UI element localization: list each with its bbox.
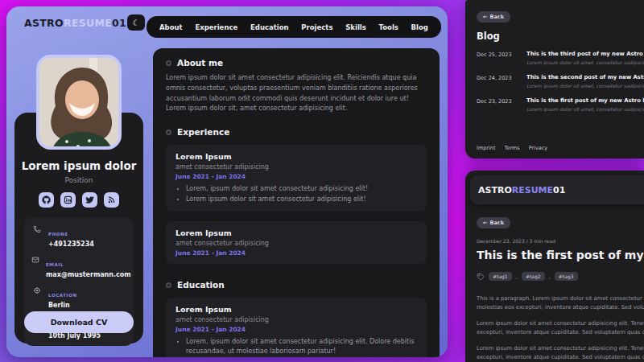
back-button[interactable]: ←Back: [477, 11, 510, 23]
nav-item-blog[interactable]: Blog: [411, 23, 428, 31]
entry-subtitle: amet consectetur adipisicing: [175, 240, 417, 247]
post-title-link[interactable]: This is the second post of my new Astro …: [526, 74, 644, 80]
education-entry: Lorem Ipsum amet consectetur adipisicing…: [166, 298, 427, 357]
twitter-link[interactable]: [82, 192, 97, 208]
rss-link[interactable]: [104, 192, 119, 208]
logo-number: 01: [553, 185, 565, 195]
twitter-icon: [85, 195, 94, 204]
section-ring-icon: [166, 130, 171, 135]
post-excerpt: Lorem ipsum dolor sit amet, consetetur s…: [526, 106, 644, 112]
about-text: Lorem ipsum dolor sit amet consectetur a…: [166, 73, 427, 114]
entry-bullets: Lorem, ipsum dolor sit amet consectetur …: [175, 184, 417, 204]
github-link[interactable]: [39, 192, 54, 208]
blog-list-item[interactable]: Dec 23, 2023 This is the first post of m…: [477, 97, 644, 112]
entry-date: June 2021 - Jan 2024: [175, 173, 417, 180]
nav-item-education[interactable]: Education: [250, 23, 289, 31]
contact-row-location: LOCATIONBerlin: [31, 285, 126, 309]
github-icon: [42, 195, 51, 204]
entry-bullet: Lorem ipsum dolor sit amet consectetur a…: [186, 195, 417, 204]
logo-number: 01: [112, 17, 126, 29]
entry-bullets: Lorem, ipsum dolor sit amet consectetur …: [175, 337, 417, 357]
footer-link-privacy[interactable]: Privacy: [529, 145, 548, 151]
contact-value-location: Berlin: [48, 302, 77, 309]
blog-list-item[interactable]: Dec 24, 2023 This is the second post of …: [477, 74, 644, 88]
section-ring-icon: [166, 60, 171, 66]
post-paragraph: Lorem ipsum dolor sit amet consectetur a…: [477, 319, 644, 337]
post-excerpt: Lorem ipsum dolor sit amet, consetetur s…: [526, 60, 644, 65]
screenshot-canvas: ASTRORESUME01 ☾ About Experience Educati…: [0, 0, 644, 362]
post-date: Dec 24, 2023: [477, 74, 526, 88]
contact-label: PHONE: [48, 232, 68, 237]
entry-subtitle: amet consectetur adipisicing: [175, 316, 417, 323]
logo-astro: ASTRO: [24, 17, 64, 29]
post-title-link[interactable]: This is the first post of my new Astro b…: [526, 97, 644, 104]
profile-name: Lorem ipsum dolor: [14, 159, 143, 172]
section-heading-about: About me: [166, 58, 427, 68]
tag-icon: [477, 269, 485, 284]
post-title-link[interactable]: This is the third post of my new Astro b…: [526, 51, 644, 57]
nav-item-about[interactable]: About: [159, 23, 183, 31]
site-logo[interactable]: ASTRORESUME01: [24, 17, 126, 29]
blog-list-item[interactable]: Dec 25, 2023 This is the third post of m…: [477, 51, 644, 65]
site-logo[interactable]: ASTRORESUME01: [478, 185, 565, 195]
entry-subtitle: amet consectetur adipisicing: [175, 163, 417, 171]
back-arrow-icon: ←: [483, 220, 487, 226]
post-date: Dec 23, 2023: [477, 97, 526, 112]
entry-bullet: Lorem, ipsum dolor sit amet consectetur …: [186, 184, 417, 194]
footer-link-terms[interactable]: Terms: [505, 145, 520, 151]
tag-pill[interactable]: #tag2: [522, 272, 545, 281]
tag-pill[interactable]: #tag3: [555, 272, 578, 281]
experience-entry: Lorem Ipsum amet consectetur adipisicing…: [166, 221, 427, 264]
email-icon: [31, 254, 39, 278]
contact-row-phone: PHONE+491235234: [31, 224, 126, 248]
contact-value-email: max@mustermann.com: [46, 271, 131, 278]
back-arrow-icon: ←: [483, 14, 487, 20]
nav-item-tools[interactable]: Tools: [379, 23, 398, 31]
entry-title: Lorem Ipsum: [175, 228, 417, 237]
entry-title: Lorem Ipsum: [175, 152, 417, 161]
section-heading-education: Education: [166, 280, 427, 290]
entry-bullet: Lorem, ipsum dolor sit amet consectetur …: [186, 337, 417, 356]
linkedin-icon: [64, 195, 72, 204]
moon-icon: ☾: [133, 19, 140, 27]
blog-post-header: ASTRORESUME01: [470, 175, 644, 204]
post-paragraph: This is a paragraph. Lorem ipsum dolor s…: [477, 294, 644, 312]
entry-date: June 2021 - Jan 2024: [175, 249, 417, 257]
post-paragraph: Lorem ipsum dolor sit amet consectetur a…: [477, 344, 644, 362]
contact-row-email: EMAILmax@mustermann.com: [31, 254, 126, 278]
profile-position: Position: [14, 176, 143, 184]
blog-post-page: ASTRORESUME01 ←Back December 23, 2023 / …: [465, 171, 644, 362]
contact-value-phone: +491235234: [48, 241, 94, 248]
download-cv-button[interactable]: Download CV: [24, 311, 134, 333]
profile-photo: [36, 55, 122, 150]
footer-link-imprint[interactable]: Imprint: [477, 145, 496, 151]
theme-toggle-button[interactable]: ☾: [127, 14, 145, 31]
nav-item-projects[interactable]: Projects: [301, 23, 332, 31]
tag-separator: ,: [549, 274, 551, 280]
entry-title: Lorem Ipsum: [175, 305, 417, 314]
post-page-title: This is the first post of my new Astro b…: [477, 249, 644, 261]
logo-resume: RESUME: [64, 17, 112, 29]
nav-item-skills[interactable]: Skills: [345, 23, 366, 31]
post-date: Dec 25, 2023: [477, 51, 526, 65]
tags-row: #tag1 , #tag2 , #tag3: [477, 269, 644, 284]
contact-value-birthday: 10th July 1995: [48, 332, 101, 339]
blog-title: Blog: [477, 31, 644, 42]
back-button[interactable]: ←Back: [477, 217, 510, 228]
experience-entry: Lorem Ipsum amet consectetur adipisicing…: [166, 145, 427, 212]
post-excerpt: Lorem ipsum dolor sit amet, consetetur s…: [526, 83, 644, 88]
nav-item-experience[interactable]: Experience: [195, 23, 237, 31]
social-links: [14, 192, 143, 208]
resume-content: About me Lorem ipsum dolor sit amet cons…: [153, 48, 440, 357]
section-ring-icon: [166, 282, 171, 288]
linkedin-link[interactable]: [60, 192, 76, 208]
location-icon: [31, 285, 42, 309]
contact-label: LOCATION: [48, 293, 77, 298]
contact-label: EMAIL: [46, 262, 64, 267]
section-heading-experience: Experience: [166, 127, 427, 137]
tag-pill[interactable]: #tag1: [489, 272, 512, 281]
logo-resume: RESUME: [512, 185, 553, 195]
entry-date: June 2021 - Jan 2024: [175, 326, 417, 333]
resume-page: ASTRORESUME01 ☾ About Experience Educati…: [6, 6, 448, 357]
footer-links: Imprint Terms Privacy: [477, 145, 547, 151]
